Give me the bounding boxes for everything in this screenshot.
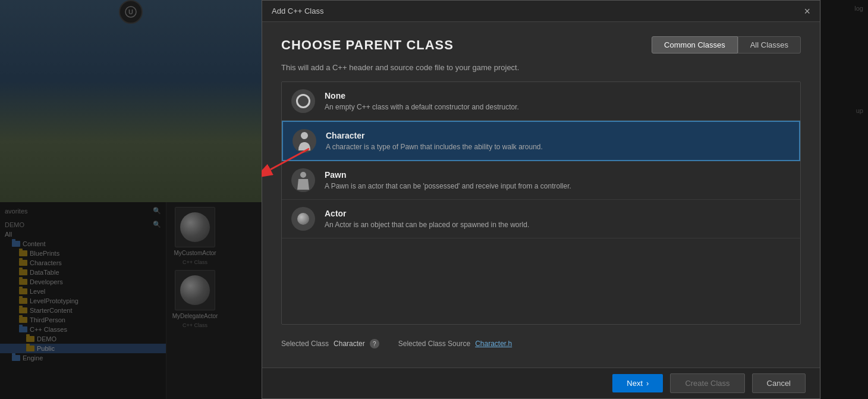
class-name-character: Character [326, 131, 790, 140]
modal-title: Add C++ Class [272, 7, 323, 15]
class-info-none: None An empty C++ class with a default c… [325, 91, 791, 111]
class-icon-character [293, 129, 316, 153]
pawn-svg-icon [296, 171, 310, 190]
class-desc-actor: An Actor is an object that can be placed… [325, 221, 791, 229]
class-name-actor: Actor [325, 209, 791, 218]
character-svg-icon [296, 131, 313, 150]
modal-body: CHOOSE PARENT CLASS Common Classes All C… [262, 22, 820, 367]
tab-all-classes[interactable]: All Classes [738, 36, 801, 54]
class-list[interactable]: None An empty C++ class with a default c… [281, 81, 801, 325]
class-info-character: Character A character is a type of Pawn … [326, 131, 790, 151]
add-cpp-class-modal: Add C++ Class × CHOOSE PARENT CLASS Comm… [262, 0, 820, 399]
class-item-none[interactable]: None An empty C++ class with a default c… [282, 82, 800, 121]
class-desc-character: A character is a type of Pawn that inclu… [326, 143, 790, 151]
selected-class-info: Selected Class Character ? Selected Clas… [281, 334, 801, 353]
class-icon-actor [291, 207, 315, 231]
selected-class-value: Character [334, 340, 365, 348]
none-circle-icon [296, 94, 310, 108]
close-button[interactable]: × [804, 6, 810, 17]
class-info-pawn: Pawn A Pawn is an actor that can be 'pos… [325, 170, 791, 190]
selected-class-label: Selected Class [281, 340, 329, 348]
modal-titlebar: Add C++ Class × [262, 1, 820, 22]
class-item-character[interactable]: Character A character is a type of Pawn … [282, 121, 800, 161]
class-name-none: None [325, 91, 791, 100]
class-desc-none: An empty C++ class with a default constr… [325, 103, 791, 111]
class-item-pawn[interactable]: Pawn A Pawn is an actor that can be 'pos… [282, 161, 800, 200]
class-icon-none [291, 89, 315, 113]
subtitle: This will add a C++ header and source co… [281, 63, 801, 72]
svg-point-2 [301, 132, 308, 139]
class-name-pawn: Pawn [325, 170, 791, 180]
tab-common-classes[interactable]: Common Classes [652, 36, 738, 54]
next-button[interactable]: Next › [612, 374, 663, 392]
selected-class-source-label: Selected Class Source [398, 340, 470, 348]
modal-footer: Next › Create Class Cancel [262, 367, 820, 398]
create-class-button[interactable]: Create Class [670, 373, 744, 393]
next-chevron-icon: › [646, 379, 649, 388]
svg-point-3 [300, 172, 306, 178]
class-desc-pawn: A Pawn is an actor that can be 'possesse… [325, 182, 791, 190]
page-title: CHOOSE PARENT CLASS [281, 37, 454, 53]
class-item-actor[interactable]: Actor An Actor is an object that can be … [282, 200, 800, 238]
class-info-actor: Actor An Actor is an object that can be … [325, 209, 791, 229]
actor-sphere-icon [297, 213, 309, 225]
tab-bar: Common Classes All Classes [652, 36, 801, 54]
selected-class-source-row: Selected Class Source Character.h [398, 339, 512, 348]
selected-class-source-link[interactable]: Character.h [475, 340, 512, 348]
cancel-button[interactable]: Cancel [752, 373, 806, 393]
selected-class-row: Selected Class Character ? [281, 339, 379, 348]
help-icon[interactable]: ? [370, 339, 379, 348]
class-icon-pawn [291, 168, 315, 192]
